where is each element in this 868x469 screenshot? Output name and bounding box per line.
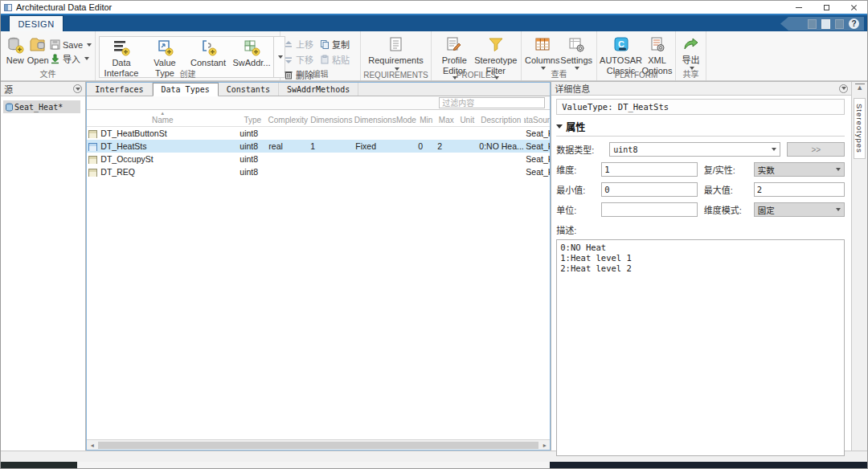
autosar-classic-button[interactable]: C AUTOSAR Classic (600, 35, 642, 75)
complexity-combo[interactable]: 实数 (754, 162, 845, 177)
table-cell-name: DT_HeatButtonSt (87, 128, 238, 138)
datatype-expand-button[interactable]: >> (787, 142, 845, 157)
scrollbar-thumb[interactable] (98, 442, 538, 449)
app-icon (4, 4, 12, 11)
tree-item-seat-heat[interactable]: Seat_Heat* (3, 100, 80, 113)
properties-section-header[interactable]: 属性 (556, 120, 845, 137)
collapse-details-panel-icon[interactable] (839, 84, 848, 93)
stereotypes-tab[interactable]: Stereotypes (854, 98, 866, 159)
column-header-max[interactable]: Max (436, 116, 457, 126)
scroll-right-icon[interactable]: ▸ (539, 440, 550, 451)
complexity-value: 实数 (758, 164, 775, 176)
column-header-dimensions[interactable]: Dimensions (309, 116, 354, 126)
export-label: 导出 (682, 55, 700, 66)
requirements-button[interactable]: Requirements (364, 35, 428, 71)
move-up-button[interactable]: 上移 (284, 38, 313, 51)
table-row[interactable]: DT_HeatStsuint8real1Fixed020:NO Hea...Se… (87, 140, 550, 153)
tab-interfaces[interactable]: Interfaces (87, 83, 152, 96)
settings-button[interactable]: Settings (559, 35, 593, 70)
editor-tabbar: Interfaces Data Types Constants SwAddrMe… (87, 83, 550, 96)
model-database-icon (5, 103, 14, 112)
table-cell-name: DT_HeatSts (87, 141, 238, 151)
dimmode-value: 固定 (758, 204, 775, 216)
collapse-sidebar-icon[interactable]: ▲ (855, 84, 865, 92)
copy-screenshot-icon[interactable] (821, 19, 830, 29)
ribbon-section-profiles: Profile Editor Stereotype Filter PROFILE… (432, 31, 522, 80)
valuetype-icon (88, 156, 97, 164)
column-header-unit[interactable]: Unit (457, 116, 477, 126)
table-cell-data_source: Seat_Heat... (524, 154, 550, 164)
column-header-min[interactable]: Min (416, 116, 436, 126)
tree-item-label: Seat_Heat* (14, 103, 63, 112)
ribbon-section-view: Columns Settings 查看 (522, 31, 597, 80)
dimensions-input[interactable] (601, 162, 698, 177)
import-button[interactable]: 导入 (50, 52, 92, 65)
paste-button[interactable]: 粘贴 (320, 53, 350, 66)
maximize-button[interactable] (813, 1, 840, 14)
undo-icon[interactable] (808, 19, 817, 29)
minimize-icon (796, 7, 802, 8)
valuetype-icon (88, 130, 97, 138)
window-title: Architectural Data Editor (16, 2, 112, 12)
close-button[interactable] (840, 1, 867, 14)
horizontal-scrollbar[interactable]: ◂ ▸ (87, 439, 550, 450)
taskbar (1, 462, 867, 469)
table-row[interactable]: DT_HeatButtonStuint8Seat_Heat... (87, 127, 550, 140)
table-cell-description: 0:NO Hea... (477, 141, 524, 151)
description-textarea[interactable]: 0:NO Heat 1:Heat level 1 2:Heat level 2 (556, 239, 845, 456)
tab-constants[interactable]: Constants (219, 83, 279, 96)
settings-gear-icon (567, 36, 585, 54)
export-button[interactable]: 导出 (679, 35, 702, 70)
copy-button[interactable]: 复制 (320, 38, 350, 51)
source-panel-header: 源 (1, 82, 85, 96)
constant-label: Constant (190, 58, 226, 68)
ribbon-section-share: 导出 共享 (676, 31, 706, 80)
section-label-view: 查看 (522, 67, 596, 80)
collapse-source-panel-icon[interactable] (73, 84, 82, 93)
dimensions-label: 维度: (556, 163, 596, 176)
column-header-dimensions_mode[interactable]: DimensionsMode (354, 116, 416, 126)
column-header-name[interactable]: ▲Name (87, 112, 238, 126)
tab-data-types[interactable]: Data Types (153, 83, 219, 96)
move-up-icon (284, 40, 293, 49)
table-row[interactable]: DT_REQuint8Seat_Heat... (87, 165, 550, 178)
table-cell-data_source: Seat_Heat... (524, 167, 550, 177)
table-cell-data_source: Seat_Heat... (524, 128, 550, 138)
column-header-complexity[interactable]: Complexity (267, 116, 309, 126)
scroll-left-icon[interactable]: ◂ (87, 440, 97, 451)
datatype-combo[interactable]: uint8 (609, 142, 780, 157)
table-empty-area (87, 178, 550, 439)
unit-input[interactable] (601, 202, 698, 217)
filter-strip (87, 96, 550, 110)
filter-input[interactable] (439, 97, 545, 108)
help-icon[interactable]: ? (849, 18, 859, 29)
open-folder-icon (29, 36, 47, 54)
redo-icon[interactable] (835, 19, 844, 29)
minimize-button[interactable] (785, 1, 813, 14)
xml-options-button[interactable]: XML Options (642, 35, 673, 75)
open-button[interactable]: Open (27, 35, 50, 66)
column-header-description[interactable]: Description (477, 116, 524, 126)
save-dropdown-icon[interactable] (87, 43, 92, 47)
xml-doc-gear-icon (649, 36, 666, 54)
section-label-create: 创建 (96, 67, 280, 80)
max-input[interactable] (754, 182, 845, 197)
paste-label: 粘贴 (332, 53, 350, 66)
table-cell-min: 0 (416, 141, 436, 151)
column-header-type[interactable]: Type (238, 116, 267, 126)
new-button[interactable]: New (4, 35, 27, 66)
min-input[interactable] (601, 182, 698, 197)
properties-section-label: 属性 (566, 120, 585, 133)
columns-button[interactable]: Columns (525, 35, 559, 70)
import-dropdown-icon[interactable] (84, 57, 89, 60)
tab-design[interactable]: DESIGN (9, 15, 63, 31)
tab-swaddrmethods[interactable]: SwAddrMethods (279, 83, 358, 96)
dimmode-combo[interactable]: 固定 (754, 202, 845, 217)
move-down-button[interactable]: 下移 (284, 53, 313, 66)
columns-grid-icon (534, 36, 551, 54)
column-header-data_source[interactable]: DataSource (524, 116, 550, 126)
table-row[interactable]: DT_OccupyStuint8Seat_Heat... (87, 153, 550, 165)
save-button[interactable]: Save (50, 39, 92, 50)
ribbon-section-file: New Open Save (1, 31, 96, 80)
close-icon (850, 4, 858, 11)
